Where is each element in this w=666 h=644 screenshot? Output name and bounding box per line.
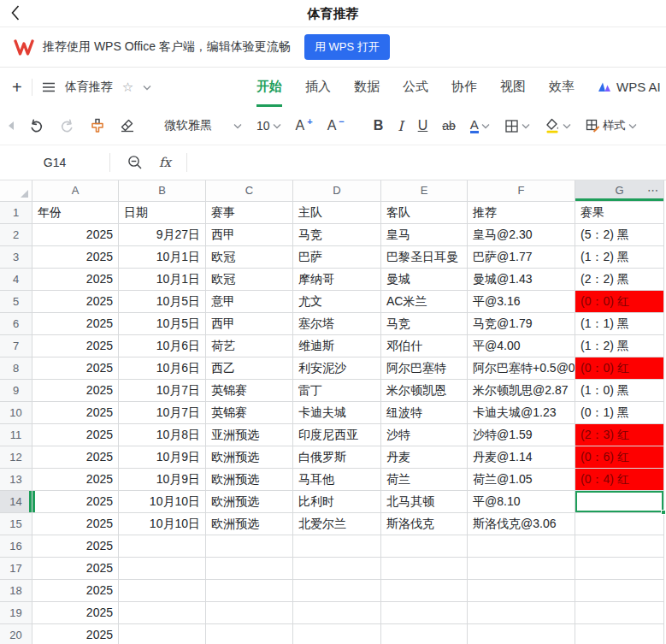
eraser-icon[interactable] bbox=[120, 118, 135, 133]
tab-wps-ai[interactable]: WPS AI bbox=[598, 68, 661, 107]
font-color-button[interactable]: A bbox=[470, 118, 490, 133]
cell-A12[interactable]: 2025 bbox=[32, 446, 119, 469]
cell-A10[interactable]: 2025 bbox=[32, 402, 119, 424]
format-painter-icon[interactable] bbox=[90, 118, 105, 133]
font-size-select[interactable]: 10 bbox=[256, 119, 281, 133]
cell-D18[interactable] bbox=[293, 580, 381, 602]
tab-insert[interactable]: 插入 bbox=[305, 68, 331, 107]
cell-C6[interactable]: 西甲 bbox=[206, 313, 293, 335]
collapse-left-icon[interactable] bbox=[9, 121, 14, 130]
cell-D1[interactable]: 主队 bbox=[293, 202, 381, 224]
cell-G1[interactable]: 赛果 bbox=[575, 202, 664, 224]
cell-A17[interactable]: 2025 bbox=[32, 558, 119, 580]
cell-E17[interactable] bbox=[381, 558, 468, 580]
cell-F18[interactable] bbox=[468, 580, 575, 602]
row-header-5[interactable]: 5 bbox=[0, 291, 32, 313]
tab-home[interactable]: 开始 bbox=[256, 68, 282, 107]
cell-B1[interactable]: 日期 bbox=[119, 202, 206, 224]
cell-F19[interactable] bbox=[468, 602, 575, 624]
select-all-corner[interactable] bbox=[0, 180, 32, 202]
row-header-16[interactable]: 16 bbox=[0, 535, 32, 558]
cell-B8[interactable]: 10月6日 bbox=[119, 357, 206, 380]
cell-C11[interactable]: 亚洲预选 bbox=[206, 424, 293, 446]
row-header-3[interactable]: 3 bbox=[0, 246, 32, 269]
row-header-14[interactable]: 14 bbox=[0, 491, 32, 513]
cell-D14[interactable]: 比利时 bbox=[293, 491, 381, 513]
cell-E4[interactable]: 曼城 bbox=[381, 269, 468, 291]
column-header-B[interactable]: B bbox=[119, 180, 206, 202]
cell-C7[interactable]: 荷艺 bbox=[206, 335, 293, 357]
tab-view[interactable]: 视图 bbox=[500, 68, 526, 107]
cell-A14[interactable]: 2025 bbox=[32, 491, 119, 513]
cell-E13[interactable]: 荷兰 bbox=[381, 469, 468, 491]
cell-G14[interactable] bbox=[575, 491, 664, 513]
cell-E11[interactable]: 沙特 bbox=[381, 424, 468, 446]
cell-C4[interactable]: 欧冠 bbox=[206, 269, 293, 291]
cell-A16[interactable]: 2025 bbox=[32, 535, 119, 558]
cell-C3[interactable]: 欧冠 bbox=[206, 246, 293, 269]
cell-C2[interactable]: 西甲 bbox=[206, 224, 293, 246]
bold-button[interactable]: B bbox=[374, 118, 384, 133]
row-header-12[interactable]: 12 bbox=[0, 446, 32, 469]
cell-E8[interactable]: 阿尔巴塞特 bbox=[381, 357, 468, 380]
cell-D3[interactable]: 巴萨 bbox=[293, 246, 381, 269]
cell-E15[interactable]: 斯洛伐克 bbox=[381, 513, 468, 535]
row-header-17[interactable]: 17 bbox=[0, 558, 32, 580]
cell-B20[interactable] bbox=[119, 624, 206, 644]
cell-F2[interactable]: 皇马@2.30 bbox=[468, 224, 575, 246]
cell-G7[interactable]: (1：2) 黑 bbox=[575, 335, 664, 357]
row-header-18[interactable]: 18 bbox=[0, 580, 32, 602]
cell-G8[interactable]: (0：0) 红 bbox=[575, 357, 664, 380]
row-header-9[interactable]: 9 bbox=[0, 380, 32, 402]
cell-G12[interactable]: (0：6) 红 bbox=[575, 446, 664, 469]
cell-C10[interactable]: 英锦赛 bbox=[206, 402, 293, 424]
cell-F8[interactable]: 阿尔巴塞特+0.5@0.8 bbox=[468, 357, 575, 380]
cell-E1[interactable]: 客队 bbox=[381, 202, 468, 224]
cell-D15[interactable]: 北爱尔兰 bbox=[293, 513, 381, 535]
row-header-15[interactable]: 15 bbox=[0, 513, 32, 535]
cell-B12[interactable]: 10月9日 bbox=[119, 446, 206, 469]
cell-A7[interactable]: 2025 bbox=[32, 335, 119, 357]
cell-reference-box[interactable]: G14 bbox=[0, 156, 109, 169]
cell-C16[interactable] bbox=[206, 535, 293, 558]
cell-B6[interactable]: 10月5日 bbox=[119, 313, 206, 335]
chevron-down-icon[interactable] bbox=[143, 85, 151, 91]
cell-B15[interactable]: 10月10日 bbox=[119, 513, 206, 535]
cell-F5[interactable]: 平@3.16 bbox=[468, 291, 575, 313]
column-header-C[interactable]: C bbox=[206, 180, 293, 202]
cell-D20[interactable] bbox=[293, 624, 381, 644]
cell-D9[interactable]: 雷丁 bbox=[293, 380, 381, 402]
cell-A5[interactable]: 2025 bbox=[32, 291, 119, 313]
cell-F3[interactable]: 巴萨@1.77 bbox=[468, 246, 575, 269]
row-header-2[interactable]: 2 bbox=[0, 224, 32, 246]
column-header-G[interactable]: G⋯ bbox=[575, 180, 664, 202]
cell-D7[interactable]: 维迪斯 bbox=[293, 335, 381, 357]
row-header-4[interactable]: 4 bbox=[0, 269, 32, 291]
cell-E19[interactable] bbox=[381, 602, 468, 624]
cell-D4[interactable]: 摩纳哥 bbox=[293, 269, 381, 291]
cell-D2[interactable]: 马竞 bbox=[293, 224, 381, 246]
open-in-wps-button[interactable]: 用 WPS 打开 bbox=[304, 34, 390, 60]
hamburger-menu-icon[interactable] bbox=[42, 81, 56, 93]
tab-collaborate[interactable]: 协作 bbox=[451, 68, 477, 107]
cell-G13[interactable]: (0：4) 红 bbox=[575, 469, 664, 491]
cell-F13[interactable]: 荷兰@1.05 bbox=[468, 469, 575, 491]
cell-B9[interactable]: 10月7日 bbox=[119, 380, 206, 402]
row-header-10[interactable]: 10 bbox=[0, 402, 32, 424]
cell-G3[interactable]: (1：2) 黑 bbox=[575, 246, 664, 269]
font-name-select[interactable]: 微软雅黑 bbox=[164, 118, 242, 133]
cell-A19[interactable]: 2025 bbox=[32, 602, 119, 624]
cell-C1[interactable]: 赛事 bbox=[206, 202, 293, 224]
shrink-font-button[interactable]: A− bbox=[327, 118, 345, 133]
borders-button[interactable] bbox=[504, 119, 530, 133]
cell-B19[interactable] bbox=[119, 602, 206, 624]
cell-B10[interactable]: 10月7日 bbox=[119, 402, 206, 424]
cell-G16[interactable] bbox=[575, 535, 664, 558]
cell-F12[interactable]: 丹麦@1.14 bbox=[468, 446, 575, 469]
cell-C19[interactable] bbox=[206, 602, 293, 624]
tab-data[interactable]: 数据 bbox=[354, 68, 380, 107]
tab-formula[interactable]: 公式 bbox=[403, 68, 428, 107]
fill-color-button[interactable] bbox=[545, 118, 571, 133]
underline-button[interactable]: U bbox=[418, 118, 428, 133]
cell-B2[interactable]: 9月27日 bbox=[119, 224, 206, 246]
